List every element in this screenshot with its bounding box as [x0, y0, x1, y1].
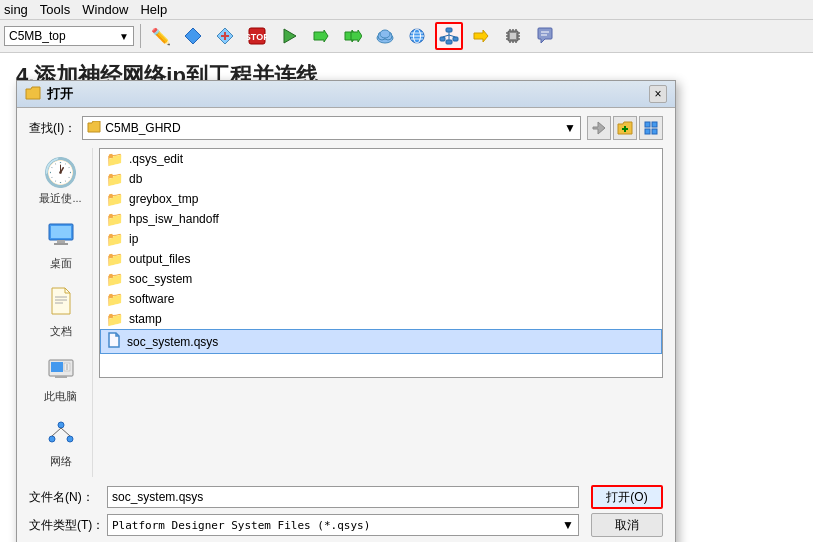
location-value: C5MB_GHRD	[105, 121, 564, 135]
arrow-double-btn[interactable]	[339, 22, 367, 50]
location-view-btn[interactable]	[639, 116, 663, 140]
menu-sing[interactable]: sing	[4, 2, 28, 17]
file-item-greybox[interactable]: 📁 greybox_tmp	[100, 189, 662, 209]
file-name: db	[129, 172, 142, 186]
location-label: 查找(I)：	[29, 120, 76, 137]
cloud-btn[interactable]	[371, 22, 399, 50]
computer-icon	[47, 355, 75, 387]
file-item-ip[interactable]: 📁 ip	[100, 229, 662, 249]
file-item-soc-system[interactable]: 📁 soc_system	[100, 269, 662, 289]
folder-icon: 📁	[106, 231, 123, 247]
file-item-hps[interactable]: 📁 hps_isw_handoff	[100, 209, 662, 229]
location-dropdown[interactable]: C5MB_GHRD ▼	[82, 116, 581, 140]
svg-rect-21	[453, 37, 458, 41]
chat-btn[interactable]	[531, 22, 559, 50]
svg-rect-20	[440, 37, 445, 41]
svg-rect-58	[51, 362, 63, 372]
filename-input[interactable]	[107, 486, 579, 508]
nav-desktop[interactable]: 桌面	[33, 218, 89, 275]
globe-btn[interactable]	[403, 22, 431, 50]
svg-line-67	[52, 428, 61, 436]
svg-rect-51	[51, 226, 71, 238]
location-arrow: ▼	[564, 121, 576, 135]
file-name: output_files	[129, 252, 190, 266]
svg-text:STOP: STOP	[247, 32, 267, 42]
location-folder-icon	[87, 121, 101, 136]
network-btn[interactable]	[435, 22, 463, 50]
pencil-btn[interactable]: ✏️	[147, 22, 175, 50]
dialog-main-area: 🕐 最近使... 桌面	[29, 148, 663, 477]
file-icon	[107, 332, 121, 351]
file-name: soc_system.qsys	[127, 335, 218, 349]
file-item-output[interactable]: 📁 output_files	[100, 249, 662, 269]
nav-desktop-label: 桌面	[50, 256, 72, 271]
docs-icon	[49, 287, 73, 322]
dialog-titlebar: 打开 ×	[17, 81, 675, 108]
file-item-qsys-edit[interactable]: 📁 .qsys_edit	[100, 149, 662, 169]
location-new-folder-btn[interactable]	[613, 116, 637, 140]
menu-window[interactable]: Window	[82, 2, 128, 17]
file-name: stamp	[129, 312, 162, 326]
nav-docs[interactable]: 文档	[33, 283, 89, 343]
open-dialog: 打开 × 查找(I)： C5MB_GHRD ▼	[16, 80, 676, 542]
nav-computer[interactable]: 此电脑	[33, 351, 89, 408]
svg-marker-9	[351, 30, 362, 42]
svg-rect-47	[652, 122, 657, 127]
folder-icon: 📁	[106, 271, 123, 287]
open-button[interactable]: 打开(O)	[591, 485, 663, 509]
folder-icon: 📁	[106, 311, 123, 327]
svg-marker-27	[474, 30, 488, 42]
svg-line-24	[443, 35, 450, 37]
filetype-value: Platform Designer System Files (*.qsys)	[112, 519, 370, 532]
network-nav-icon	[47, 420, 75, 452]
file-name: soc_system	[129, 272, 192, 286]
chip-btn[interactable]	[499, 22, 527, 50]
dialog-title-text: 打开	[47, 85, 73, 103]
desktop-icon	[47, 222, 75, 254]
svg-rect-53	[54, 243, 68, 245]
filetype-label: 文件类型(T)：	[29, 517, 101, 534]
file-item-db[interactable]: 📁 db	[100, 169, 662, 189]
svg-rect-48	[645, 129, 650, 134]
action-buttons: 打开(O)	[591, 485, 663, 509]
menu-tools[interactable]: Tools	[40, 2, 70, 17]
file-list[interactable]: 📁 .qsys_edit 📁 db 📁 greybox_tmp 📁 hps_is…	[99, 148, 663, 378]
location-bar: 查找(I)： C5MB_GHRD ▼	[29, 116, 663, 140]
stop-btn[interactable]: STOP	[243, 22, 271, 50]
project-dropdown[interactable]: C5MB_top ▼	[4, 26, 134, 46]
filetype-row: 文件类型(T)： Platform Designer System Files …	[29, 513, 663, 537]
location-up-btn[interactable]	[587, 116, 611, 140]
menu-help[interactable]: Help	[140, 2, 167, 17]
cancel-button-container: 取消	[591, 513, 663, 537]
nav-network[interactable]: 网络	[33, 416, 89, 473]
svg-rect-22	[446, 40, 452, 44]
svg-point-65	[49, 436, 55, 442]
nav-docs-label: 文档	[50, 324, 72, 339]
svg-marker-0	[185, 28, 201, 44]
svg-line-25	[449, 35, 456, 37]
file-name: ip	[129, 232, 138, 246]
arrow-yellow-btn[interactable]	[467, 22, 495, 50]
svg-rect-52	[57, 240, 65, 243]
svg-marker-6	[284, 29, 296, 43]
nav-recent[interactable]: 🕐 最近使...	[33, 152, 89, 210]
dialog-footer: 文件名(N)： 打开(O) 文件类型(T)： Platform Designer…	[29, 485, 663, 537]
svg-line-68	[61, 428, 70, 436]
recent-icon: 🕐	[43, 156, 78, 189]
dialog-title-left: 打开	[25, 85, 73, 103]
toolbar-separator-1	[140, 24, 141, 48]
diamond-cross-btn[interactable]	[211, 22, 239, 50]
dialog-close-button[interactable]: ×	[649, 85, 667, 103]
toolbar: C5MB_top ▼ ✏️ STOP	[0, 20, 813, 53]
file-item-software[interactable]: 📁 software	[100, 289, 662, 309]
filetype-dropdown[interactable]: Platform Designer System Files (*.qsys) …	[107, 514, 579, 536]
cancel-button[interactable]: 取消	[591, 513, 663, 537]
svg-point-64	[58, 422, 64, 428]
play-btn[interactable]	[275, 22, 303, 50]
dialog-body: 查找(I)： C5MB_GHRD ▼	[17, 108, 675, 542]
file-item-qsys-selected[interactable]: soc_system.qsys	[100, 329, 662, 354]
diamond-blue-btn[interactable]	[179, 22, 207, 50]
arrow-green-btn[interactable]	[307, 22, 335, 50]
file-item-stamp[interactable]: 📁 stamp	[100, 309, 662, 329]
nav-computer-label: 此电脑	[44, 389, 77, 404]
